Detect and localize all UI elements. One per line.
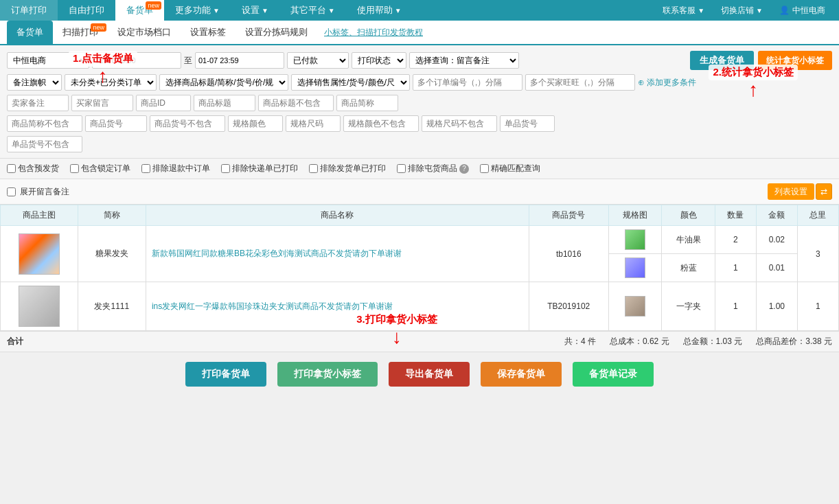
query-type-select[interactable]: 选择查询：留言备注 (409, 52, 519, 69)
nav-other-platform[interactable]: 其它平台 ▼ (279, 0, 346, 21)
date-to-input[interactable] (195, 52, 284, 69)
seller-remark-input[interactable] (7, 95, 69, 111)
short-name-input[interactable] (336, 95, 398, 111)
shop-select[interactable]: 中恒电商 (7, 52, 89, 69)
product-no-cell: TB2019102 (529, 282, 608, 331)
add-condition-link[interactable]: ⊕ 添加更多条件 (638, 77, 696, 89)
nav-more[interactable]: 更多功能 ▼ (164, 0, 231, 21)
table-area: 展开留言备注 列表设置 ⇄ 商品主图 简称 商品名称 商品货号 规格图 颜色 数… (0, 179, 839, 352)
subnav-stock-list[interactable]: 备货单 (7, 21, 53, 44)
filter-btn-area: 生成备货单 统计拿货小标签 (690, 51, 832, 70)
checkbox-exclude-stockpile[interactable]: 排除屯货商品 ? (397, 163, 469, 174)
total-cell: 1 (797, 282, 838, 331)
nav-order-print[interactable]: 订单打印 (0, 0, 58, 21)
product-table: 商品主图 简称 商品名称 商品货号 规格图 颜色 数量 金额 总里 (0, 205, 839, 331)
list-setting-button[interactable]: 列表设置 (768, 183, 814, 200)
product-thumbnail (19, 233, 60, 275)
nav-free-print[interactable]: 自由打印 (58, 0, 115, 21)
stock-record-button[interactable]: 备货单记录 (573, 362, 654, 387)
subnav-set-label[interactable]: 设置标签 (181, 21, 235, 44)
nav-stock-list[interactable]: 备货单 new (115, 0, 164, 21)
generate-stock-button[interactable]: 生成备货单 (690, 51, 754, 70)
footer-label: 合计 (7, 336, 23, 347)
table-footer: 合计 共：4 件 总成本：0.62 元 总金额：1.03 元 总商品差价：3.3… (0, 331, 839, 352)
checkbox-exact-match[interactable]: 精确匹配查询 (480, 163, 540, 174)
subnav-market-stall[interactable]: 设定市场档口 (108, 21, 181, 44)
total-cost: 总成本：0.62 元 (610, 336, 669, 347)
spec-color-exclude-input[interactable] (343, 115, 419, 132)
save-stock-button[interactable]: 保存备货单 (481, 362, 562, 387)
wangwang-input[interactable] (525, 74, 635, 91)
chevron-down-icon: ▼ (756, 7, 763, 14)
product-no-exclude-input[interactable] (150, 115, 225, 132)
qty-cell: 1 (715, 282, 756, 331)
amount-cell: 0.01 (756, 254, 797, 282)
checkbox-exclude-courier-printed[interactable]: 排除快递单已打印 (221, 163, 298, 174)
sales-attr-select[interactable]: 选择销售属性/货号/颜色/尺 (291, 74, 410, 91)
single-product-no-input[interactable] (500, 115, 555, 132)
checkbox-include-pre-ship[interactable]: 包含预发货 (7, 163, 59, 174)
product-name-link[interactable]: 新款韩国网红同款糖果BB花朵彩色刘海测试商品不发货请勿下单谢谢 (152, 248, 523, 260)
checkbox-exclude-ship-printed[interactable]: 排除发货单已打印 (309, 163, 386, 174)
print-pick-label-button[interactable]: 打印拿货小标签 (277, 362, 378, 387)
table-row: 发夹1111 ins发夹网红一字爆款韩国珍珠边夹女测试商品不发货请勿下单谢谢 T… (1, 282, 839, 331)
table-header-row: 商品主图 简称 商品名称 商品货号 规格图 颜色 数量 金额 总里 (1, 205, 839, 226)
help-icon[interactable]: ? (459, 164, 469, 174)
product-name-cell: 新款韩国网红同款糖果BB花朵彩色刘海测试商品不发货请勿下单谢谢 (146, 226, 529, 282)
checkbox-include-locked[interactable]: 包含锁定订单 (70, 163, 130, 174)
th-qty: 数量 (715, 205, 756, 226)
spec-color-input[interactable] (228, 115, 283, 132)
chevron-down-icon: ▼ (262, 7, 268, 14)
color-cell: 牛油果 (662, 226, 715, 254)
subnav-sort-rule[interactable]: 设置分拣码规则 (235, 21, 317, 44)
color-cell: 一字夹 (662, 282, 715, 331)
export-stock-button[interactable]: 导出备货单 (389, 362, 470, 387)
th-short-name: 简称 (78, 205, 146, 226)
buyer-message-input[interactable] (71, 95, 133, 111)
date-range: 至 (92, 52, 284, 69)
filter-row-2: 备注旗帜 未分类+已分类订单 选择商品标题/简称/货号/价/规 选择销售属性/货… (7, 74, 832, 91)
total-pcs: 共：4 件 (564, 336, 596, 347)
product-title-exclude-input[interactable] (258, 95, 334, 111)
product-name-link[interactable]: ins发夹网红一字爆款韩国珍珠边夹女测试商品不发货请勿下单谢谢 (152, 301, 523, 312)
print-status-select[interactable]: 打印状态 (352, 52, 406, 69)
date-from-input[interactable] (92, 52, 181, 69)
th-product-no: 商品货号 (529, 205, 608, 226)
stat-pick-label-button[interactable]: 统计拿货小标签 (758, 51, 832, 70)
product-img-cell (1, 226, 78, 282)
user-icon: 👤 (779, 5, 790, 15)
spec-thumbnail (625, 296, 645, 317)
product-img-cell (1, 282, 78, 331)
order-type-select[interactable]: 未分类+已分类订单 (65, 74, 157, 91)
product-no-input[interactable] (85, 115, 147, 132)
product-title-input[interactable] (194, 95, 255, 111)
subnav-tutorial-link[interactable]: 小标签、扫描打印发货教程 (317, 27, 430, 38)
product-select[interactable]: 选择商品标题/简称/货号/价/规 (159, 74, 288, 91)
pay-status-select[interactable]: 已付款 (287, 52, 349, 69)
short-name-cell: 发夹1111 (78, 282, 146, 331)
remark-flag-select[interactable]: 备注旗帜 (7, 74, 62, 91)
product-id-input[interactable] (136, 95, 191, 111)
footer-stats: 共：4 件 总成本：0.62 元 总金额：1.03 元 总商品差价：3.38 元 (564, 336, 832, 347)
single-product-no-exclude-input[interactable] (7, 136, 82, 152)
th-product-img: 商品主图 (1, 205, 78, 226)
nav-settings[interactable]: 设置 ▼ (231, 0, 279, 21)
nav-switch-shop[interactable]: 切换店铺 ▼ (713, 0, 771, 21)
short-name-cell: 糖果发夹 (78, 226, 146, 282)
nav-customer-service[interactable]: 联系客服 ▼ (654, 0, 713, 21)
nav-help[interactable]: 使用帮助 ▼ (346, 0, 413, 21)
subnav-scan-print[interactable]: 扫描打印 new (53, 21, 108, 44)
checkbox-exclude-refund[interactable]: 排除退款中订单 (141, 163, 210, 174)
nav-shop-name: 👤 中恒电商 (771, 0, 839, 21)
short-name-exclude-input[interactable] (7, 115, 82, 132)
th-spec-img: 规格图 (608, 205, 662, 226)
top-nav: 订单打印 自由打印 备货单 new 更多功能 ▼ 设置 ▼ 其它平台 ▼ 使用帮… (0, 0, 839, 21)
print-stock-button[interactable]: 打印备货单 (185, 362, 266, 387)
spec-size-input[interactable] (286, 115, 341, 132)
setting-icon-button[interactable]: ⇄ (816, 183, 832, 200)
chevron-down-icon: ▼ (328, 7, 335, 14)
order-nos-input[interactable] (413, 74, 522, 91)
expand-remark-checkbox[interactable] (7, 187, 16, 196)
total-amount: 总金额：1.03 元 (683, 336, 743, 347)
spec-size-exclude-input[interactable] (422, 115, 497, 132)
